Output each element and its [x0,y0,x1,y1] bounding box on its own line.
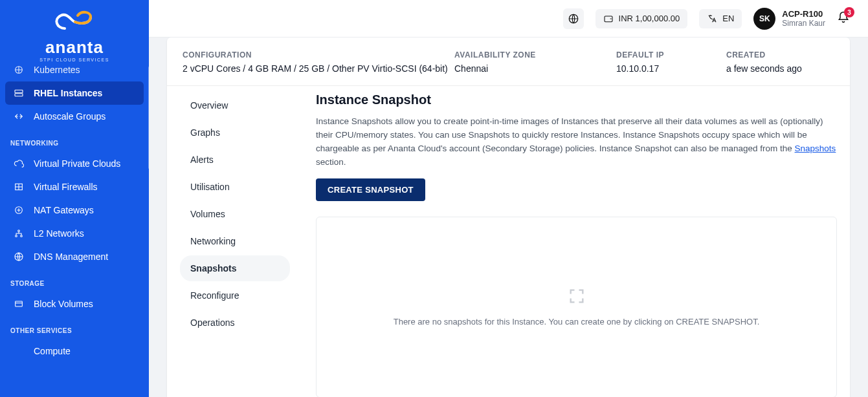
snapshots-link[interactable]: Snapshots [795,144,836,153]
language-value: EN [722,14,734,23]
sidebar-item-nat-gateways[interactable]: NAT Gateways [5,198,144,222]
brand-tagline: STPI CLOUD SERVICES [0,58,149,62]
firewall-icon [13,182,25,192]
sidebar-item-label: Block Volumes [34,299,93,309]
brand-name: ananta [0,38,149,58]
sidebar-item-dns-management[interactable]: DNS Management [5,245,144,268]
panel-title: Instance Snapshot [316,92,837,107]
user-name: Simran Kaur [782,19,825,28]
user-code: ACP-R100 [782,9,825,19]
summary-label: AVAILABILITY ZONE [454,50,616,59]
svg-rect-9 [16,301,23,306]
sidebar-item-label: Kubernetes [34,66,80,75]
tab-alerts[interactable]: Alerts [180,147,290,173]
sidebar-item-label: Virtual Private Clouds [34,158,120,169]
summary-label: CONFIGURATION [183,50,454,59]
kubernetes-icon [13,66,25,75]
summary-label: DEFAULT IP [616,50,726,59]
snapshots-empty-state: There are no snapshots for this Instance… [316,217,837,397]
panel-description: Instance Snapshots allow you to create p… [316,115,837,169]
summary-label: CREATED [726,50,834,59]
panel-desc-text-after: section. [316,157,346,167]
sidebar-item-label: RHEL Instances [34,88,102,98]
tab-content: Instance Snapshot Instance Snapshots all… [316,92,837,397]
svg-point-5 [16,235,17,237]
create-snapshot-button[interactable]: CREATE SNAPSHOT [316,178,425,201]
notifications-button[interactable]: 3 [837,11,850,26]
nat-icon [13,205,25,215]
fullscreen-icon [568,287,586,305]
tab-volumes[interactable]: Volumes [180,201,290,227]
content-scroll[interactable]: CONFIGURATION 2 vCPU Cores / 4 GB RAM / … [149,38,868,397]
sidebar-item-l2-networks[interactable]: L2 Networks [5,222,144,245]
instance-details-card: CONFIGURATION 2 vCPU Cores / 4 GB RAM / … [167,38,850,397]
wallet-icon [603,14,614,24]
summary-availability-zone: AVAILABILITY ZONE Chennai [454,50,616,74]
notification-badge: 3 [844,7,854,17]
network-icon [13,228,25,239]
user-menu[interactable]: SK ACP-R100 Simran Kaur [753,8,825,30]
autoscale-icon [13,111,25,122]
avatar: SK [753,8,775,30]
tab-utilisation[interactable]: Utilisation [180,174,290,200]
sidebar-item-label: L2 Networks [34,228,84,239]
summary-value: a few seconds ago [726,63,834,74]
svg-point-6 [21,235,23,237]
sidebar-item-rhel-instances[interactable]: RHEL Instances [5,81,144,105]
brand-block: ananta STPI CLOUD SERVICES [0,0,149,66]
sidebar: ananta STPI CLOUD SERVICES Kubernetes RH… [0,0,149,397]
sidebar-item-label: Compute [34,346,71,356]
tab-rail: Overview Graphs Alerts Utilisation Volum… [180,92,290,397]
volume-icon [13,299,25,309]
summary-row: CONFIGURATION 2 vCPU Cores / 4 GB RAM / … [167,44,850,86]
empty-message: There are no snapshots for this Instance… [394,317,760,327]
svg-rect-1 [15,90,23,92]
svg-point-7 [18,230,20,232]
brand-logo-icon [0,0,149,39]
summary-value: Chennai [454,63,616,74]
language-selector[interactable]: EN [699,9,742,28]
panel-desc-text-before: Instance Snapshots allow you to create p… [316,116,823,153]
tab-overview[interactable]: Overview [180,92,290,118]
summary-value: 2 vCPU Cores / 4 GB RAM / 25 GB / Other … [183,63,454,74]
balance-value: INR 1,00,000.00 [619,14,680,23]
sidebar-item-vpc[interactable]: Virtual Private Clouds [5,152,144,175]
sidebar-heading-other: OTHER SERVICES [5,316,144,339]
svg-rect-2 [15,94,23,96]
main-column: INR 1,00,000.00 EN SK ACP-R100 Simran Ka… [149,0,868,397]
tab-snapshots[interactable]: Snapshots [180,255,290,281]
sidebar-item-compute[interactable]: Compute [5,339,144,363]
sidebar-scroll[interactable]: Kubernetes RHEL Instances Autoscale Grou… [0,66,149,397]
tab-networking[interactable]: Networking [180,228,290,254]
globe-icon [13,252,25,262]
tab-reconfigure[interactable]: Reconfigure [180,283,290,308]
sidebar-item-label: NAT Gateways [34,205,94,215]
summary-created: CREATED a few seconds ago [726,50,834,74]
user-meta: ACP-R100 Simran Kaur [782,9,825,28]
server-icon [13,88,25,98]
sidebar-item-autoscale-groups[interactable]: Autoscale Groups [5,105,144,128]
tab-operations[interactable]: Operations [180,310,290,336]
region-selector[interactable] [563,8,584,29]
summary-value: 10.10.0.17 [616,63,726,74]
tab-graphs[interactable]: Graphs [180,120,290,145]
sidebar-item-label: DNS Management [34,252,108,262]
sidebar-item-block-volumes[interactable]: Block Volumes [5,292,144,316]
summary-default-ip: DEFAULT IP 10.10.0.17 [616,50,726,74]
sidebar-heading-networking: NETWORKING [5,128,144,152]
sidebar-item-virtual-firewalls[interactable]: Virtual Firewalls [5,175,144,198]
translate-icon [707,14,717,24]
summary-configuration: CONFIGURATION 2 vCPU Cores / 4 GB RAM / … [183,50,454,74]
sidebar-heading-storage: STORAGE [5,268,144,292]
balance-chip[interactable]: INR 1,00,000.00 [595,9,688,28]
sidebar-item-kubernetes[interactable]: Kubernetes [5,66,144,81]
cloud-icon [13,158,25,169]
sidebar-item-label: Virtual Firewalls [34,182,98,192]
topbar: INR 1,00,000.00 EN SK ACP-R100 Simran Ka… [149,0,868,38]
sidebar-item-label: Autoscale Groups [34,111,106,122]
